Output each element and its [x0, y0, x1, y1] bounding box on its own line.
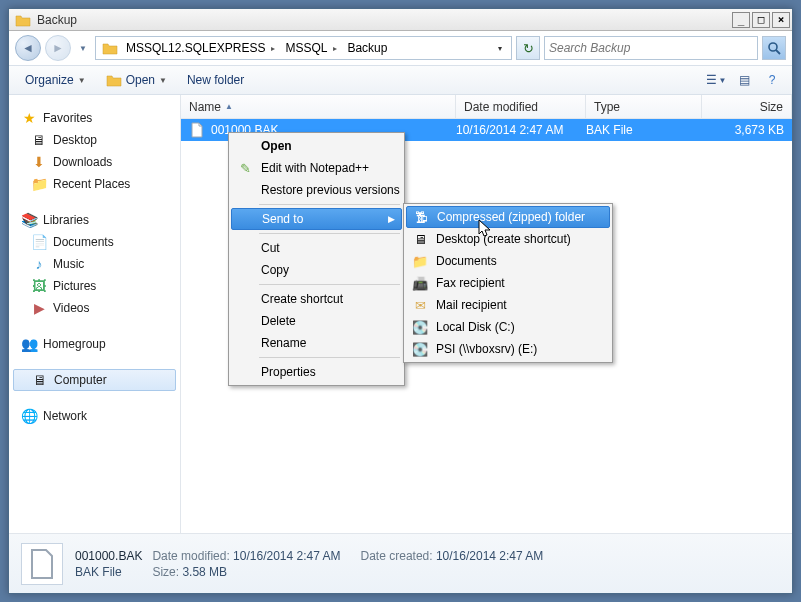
search-button[interactable]: [762, 36, 786, 60]
submenu-arrow-icon: ▶: [388, 214, 395, 224]
sidebar-item-recent[interactable]: 📁Recent Places: [9, 173, 180, 195]
minimize-button[interactable]: _: [732, 12, 750, 28]
star-icon: ★: [21, 110, 37, 126]
sort-asc-icon: ▲: [225, 102, 233, 111]
sendto-documents[interactable]: 📁Documents: [406, 250, 610, 272]
refresh-button[interactable]: ↻: [516, 36, 540, 60]
details-filename: 001000.BAK: [75, 549, 142, 563]
ctx-rename[interactable]: Rename: [231, 332, 402, 354]
ctx-edit-notepadpp[interactable]: ✎Edit with Notepad++: [231, 157, 402, 179]
separator: [259, 233, 400, 234]
file-size: 3,673 KB: [702, 123, 784, 137]
file-type: BAK File: [586, 123, 702, 137]
ctx-create-shortcut[interactable]: Create shortcut: [231, 288, 402, 310]
sidebar-computer[interactable]: 🖥Computer: [13, 369, 176, 391]
svg-line-1: [776, 50, 780, 54]
new-folder-button[interactable]: New folder: [179, 69, 252, 91]
computer-icon: 🖥: [32, 372, 48, 388]
sidebar-item-pictures[interactable]: 🖼Pictures: [9, 275, 180, 297]
file-thumbnail: [21, 543, 63, 585]
sendto-desktop[interactable]: 🖥Desktop (create shortcut): [406, 228, 610, 250]
sidebar-network[interactable]: 🌐Network: [9, 405, 180, 427]
back-button[interactable]: ◄: [15, 35, 41, 61]
preview-pane-button[interactable]: ▤: [732, 68, 756, 92]
organize-button[interactable]: Organize▼: [17, 69, 94, 91]
sidebar-homegroup[interactable]: 👥Homegroup: [9, 333, 180, 355]
sidebar-item-documents[interactable]: 📄Documents: [9, 231, 180, 253]
music-icon: ♪: [31, 256, 47, 272]
column-header-date[interactable]: Date modified: [456, 95, 586, 118]
toolbar: Organize▼ Open▼ New folder ☰▼ ▤ ?: [9, 65, 792, 95]
file-icon: [189, 122, 205, 138]
sendto-mail[interactable]: ✉Mail recipient: [406, 294, 610, 316]
network-drive-icon: 💽: [412, 341, 428, 357]
sendto-network-drive-e[interactable]: 💽PSI (\\vboxsrv) (E:): [406, 338, 610, 360]
separator: [259, 357, 400, 358]
history-dropdown[interactable]: ▼: [75, 40, 91, 56]
column-header-type[interactable]: Type: [586, 95, 702, 118]
sendto-fax[interactable]: 📠Fax recipient: [406, 272, 610, 294]
documents-icon: 📁: [412, 253, 428, 269]
address-bar[interactable]: MSSQL12.SQLEXPRESS▸ MSSQL▸ Backup ▾: [95, 36, 512, 60]
file-date: 10/16/2014 2:47 AM: [456, 123, 586, 137]
separator: [259, 284, 400, 285]
mail-icon: ✉: [412, 297, 428, 313]
recent-icon: 📁: [31, 176, 47, 192]
sidebar-item-music[interactable]: ♪Music: [9, 253, 180, 275]
sendto-submenu: 🗜Compressed (zipped) folder 🖥Desktop (cr…: [403, 203, 613, 363]
ctx-open[interactable]: Open: [231, 135, 402, 157]
address-dropdown[interactable]: ▾: [491, 44, 509, 53]
chevron-down-icon: ▼: [159, 76, 167, 85]
sendto-compressed[interactable]: 🗜Compressed (zipped) folder: [406, 206, 610, 228]
chevron-down-icon: ▼: [78, 76, 86, 85]
download-icon: ⬇: [31, 154, 47, 170]
titlebar: Backup _ □ ×: [9, 9, 792, 31]
view-options-button[interactable]: ☰▼: [704, 68, 728, 92]
ctx-delete[interactable]: Delete: [231, 310, 402, 332]
chevron-right-icon: ▸: [271, 44, 275, 53]
column-header-name[interactable]: Name▲: [181, 95, 456, 118]
sidebar-favorites[interactable]: ★Favorites: [9, 107, 180, 129]
maximize-button[interactable]: □: [752, 12, 770, 28]
chevron-right-icon: ▸: [333, 44, 337, 53]
sidebar-item-downloads[interactable]: ⬇Downloads: [9, 151, 180, 173]
folder-icon: [15, 13, 31, 27]
ctx-copy[interactable]: Copy: [231, 259, 402, 281]
drive-icon: 💽: [412, 319, 428, 335]
sidebar-item-videos[interactable]: ▶Videos: [9, 297, 180, 319]
ctx-cut[interactable]: Cut: [231, 237, 402, 259]
ctx-send-to[interactable]: Send to▶: [231, 208, 402, 230]
forward-button[interactable]: ►: [45, 35, 71, 61]
help-button[interactable]: ?: [760, 68, 784, 92]
breadcrumb-segment[interactable]: MSSQL▸: [281, 38, 343, 58]
network-icon: 🌐: [21, 408, 37, 424]
nav-bar: ◄ ► ▼ MSSQL12.SQLEXPRESS▸ MSSQL▸ Backup …: [9, 31, 792, 65]
nav-pane: ★Favorites 🖥Desktop ⬇Downloads 📁Recent P…: [9, 95, 181, 533]
folder-open-icon: [106, 73, 122, 87]
open-button[interactable]: Open▼: [98, 69, 175, 91]
homegroup-icon: 👥: [21, 336, 37, 352]
column-header-size[interactable]: Size: [702, 95, 792, 118]
search-input[interactable]: Search Backup: [544, 36, 758, 60]
window-title: Backup: [37, 13, 730, 27]
zip-folder-icon: 🗜: [413, 209, 429, 225]
sidebar-item-desktop[interactable]: 🖥Desktop: [9, 129, 180, 151]
desktop-icon: 🖥: [31, 132, 47, 148]
close-button[interactable]: ×: [772, 12, 790, 28]
ctx-properties[interactable]: Properties: [231, 361, 402, 383]
breadcrumb-label: Backup: [347, 41, 387, 55]
breadcrumb-segment[interactable]: MSSQL12.SQLEXPRESS▸: [122, 38, 281, 58]
breadcrumb-label: MSSQL: [285, 41, 327, 55]
ctx-restore-versions[interactable]: Restore previous versions: [231, 179, 402, 201]
notepadpp-icon: ✎: [237, 160, 253, 176]
details-filetype: BAK File: [75, 565, 142, 579]
sendto-local-disk-c[interactable]: 💽Local Disk (C:): [406, 316, 610, 338]
column-headers: Name▲ Date modified Type Size: [181, 95, 792, 119]
fax-icon: 📠: [412, 275, 428, 291]
breadcrumb-segment[interactable]: Backup: [343, 38, 391, 58]
desktop-icon: 🖥: [412, 231, 428, 247]
documents-icon: 📄: [31, 234, 47, 250]
sidebar-libraries[interactable]: 📚Libraries: [9, 209, 180, 231]
folder-icon: [102, 41, 118, 55]
details-pane: 001000.BAK Date modified: 10/16/2014 2:4…: [9, 533, 792, 593]
